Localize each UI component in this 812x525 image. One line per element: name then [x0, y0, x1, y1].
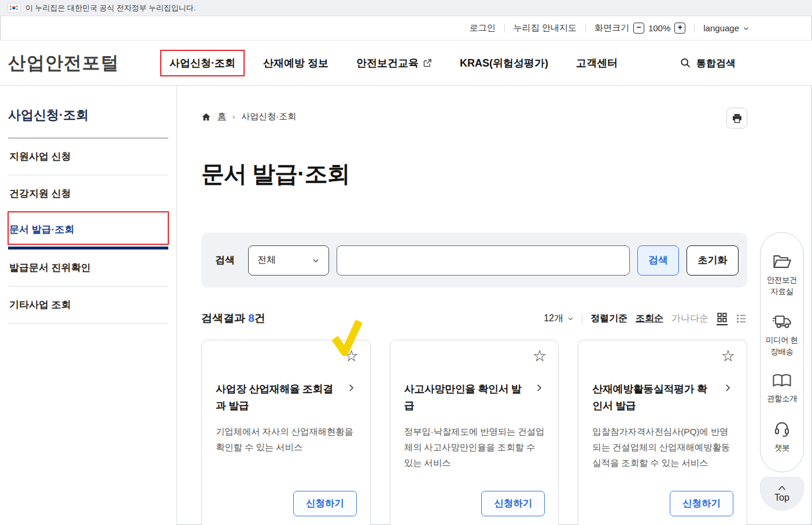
sidebar-item-label: 문서 발급·조회	[9, 223, 74, 236]
favorite-star-icon[interactable]: ☆	[721, 348, 735, 364]
sidebar-item-label: 발급문서 진위확인	[9, 261, 91, 274]
result-count-label: 검색결과	[201, 312, 245, 324]
nav-item-accident-prevention[interactable]: 산재예방 정보	[263, 56, 329, 70]
card-title: 산재예방활동실적평가 확인서 발급	[592, 381, 715, 414]
breadcrumb-current: 사업신청·조회	[241, 111, 296, 122]
nav-item-kras[interactable]: KRAS(위험성평가)	[460, 56, 548, 70]
nav-label: 고객센터	[576, 56, 618, 70]
external-link-icon	[423, 58, 432, 68]
utility-bar: 로그인 누리집 안내지도 화면크기 − 100% + language	[0, 16, 812, 41]
language-label: language	[703, 23, 739, 33]
gov-banner-text: 이 누리집은 대한민국 공식 전자정부 누리집입니다.	[25, 3, 196, 13]
search-panel-label: 검색	[215, 254, 235, 267]
result-count-number: 8	[248, 312, 254, 324]
left-sidebar: 사업신청·조회 지원사업 신청 건강지원 신청 문서 발급·조회 발급문서 진위…	[0, 86, 177, 525]
divider	[585, 24, 586, 32]
reset-button[interactable]: 초기화	[686, 245, 739, 276]
result-header: 검색결과 8건 12개 정렬기준 조회순 가나다순	[201, 311, 747, 326]
favorite-star-icon[interactable]: ☆	[533, 348, 547, 364]
filter-selected-value: 전체	[257, 254, 276, 266]
breadcrumb-separator: ›	[232, 112, 235, 121]
service-card: ☆ 산재예방활동실적평가 확인서 발급 입찰참가자격사전심사(PQ)에 반영되는…	[578, 340, 747, 525]
sidebar-menu: 지원사업 신청 건강지원 신청 문서 발급·조회 발급문서 진위확인 기타사업 …	[8, 138, 168, 324]
quickmenu-item-chatbot[interactable]: 챗봇	[773, 420, 791, 454]
result-count: 검색결과 8건	[201, 311, 265, 326]
sidebar-title: 사업신청·조회	[8, 107, 168, 124]
nav-item-customer-center[interactable]: 고객센터	[576, 56, 618, 70]
page-size-value: 12개	[544, 313, 563, 325]
page-root: 이 누리집은 대한민국 공식 전자정부 누리집입니다. 로그인 누리집 안내지도…	[0, 0, 812, 525]
quickmenu-label: 관할소개	[767, 393, 797, 405]
list-view-icon[interactable]	[736, 313, 747, 324]
quickmenu-label: 챗봇	[774, 442, 789, 454]
headset-icon	[773, 420, 791, 438]
card-grid: ☆ 사업장 산업재해율 조회결과 발급 기업체에서 자사의 산업재해현황을 확인…	[201, 340, 747, 525]
divider	[694, 24, 695, 32]
card-title-link[interactable]: 산재예방활동실적평가 확인서 발급	[592, 381, 733, 414]
search-button[interactable]: 검색	[637, 245, 679, 276]
nav-item-safety-education[interactable]: 안전보건교육	[356, 56, 432, 70]
screen-size-control: 화면크기 − 100% +	[595, 23, 685, 34]
quick-menu: 안전보건 자료실 미디어 현장배송 관할소개	[760, 232, 804, 472]
search-panel: 검색 전체 검색 초기화	[201, 233, 747, 288]
nav-label: KRAS(위험성평가)	[460, 56, 548, 70]
divider	[582, 314, 582, 324]
sidebar-item-label: 건강지원 신청	[9, 187, 71, 200]
nav-item-business-apply[interactable]: 사업신청·조회	[169, 56, 235, 70]
total-search-button[interactable]: 통합검색	[680, 56, 736, 69]
quickmenu-label: 미디어 현장배송	[763, 335, 801, 358]
sidebar-item-health-apply[interactable]: 건강지원 신청	[8, 175, 168, 212]
language-dropdown[interactable]: language	[703, 23, 750, 33]
search-icon	[680, 57, 691, 69]
search-filter-select[interactable]: 전체	[248, 245, 329, 276]
search-input[interactable]	[337, 245, 630, 276]
zoom-level-value: 100%	[648, 23, 670, 33]
chevron-up-icon	[777, 484, 787, 491]
apply-button[interactable]: 신청하기	[670, 491, 733, 516]
korean-flag-icon	[8, 3, 20, 13]
sidebar-item-label: 기타사업 조회	[9, 298, 71, 311]
card-title-link[interactable]: 사업장 산업재해율 조회결과 발급	[216, 381, 356, 414]
login-link[interactable]: 로그인	[470, 23, 496, 34]
breadcrumb-home-link[interactable]: 홈	[217, 111, 226, 122]
quickmenu-item-safety-library[interactable]: 안전보건 자료실	[763, 254, 801, 298]
print-button[interactable]	[726, 108, 747, 129]
site-logo[interactable]: 산업안전포털	[8, 51, 119, 75]
page-title: 문서 발급·조회	[201, 158, 747, 190]
nav-label: 안전보건교육	[356, 56, 419, 70]
chevron-right-icon	[722, 383, 733, 393]
card-title: 사업장 산업재해율 조회결과 발급	[216, 381, 339, 414]
apply-button[interactable]: 신청하기	[293, 491, 357, 516]
sidebar-item-other-business[interactable]: 기타사업 조회	[8, 287, 168, 324]
grid-view-icon[interactable]	[717, 312, 728, 325]
book-icon	[772, 373, 792, 388]
apply-button[interactable]: 신청하기	[481, 491, 545, 516]
main-content: 홈 › 사업신청·조회 문서 발급·조회 검색 전체 검색 초	[178, 86, 812, 525]
chevron-down-icon	[743, 25, 750, 32]
sitemap-link[interactable]: 누리집 안내지도	[514, 23, 577, 34]
quickmenu-item-media-delivery[interactable]: 미디어 현장배송	[763, 314, 801, 358]
quickmenu-item-jurisdiction[interactable]: 관할소개	[767, 373, 797, 405]
truck-icon	[772, 314, 792, 330]
screen-size-label: 화면크기	[595, 23, 629, 34]
page-size-select[interactable]: 12개	[544, 313, 574, 325]
result-tools: 12개 정렬기준 조회순 가나다순	[544, 312, 747, 325]
service-card: ☆ 사고사망만인율 확인서 발급 정부입·낙찰제도에 반영되는 건설업체의 사고…	[390, 340, 559, 525]
card-title-link[interactable]: 사고사망만인율 확인서 발급	[404, 381, 545, 414]
chevron-down-icon	[567, 315, 574, 322]
zoom-in-button[interactable]: +	[674, 23, 685, 34]
sidebar-item-document-issue[interactable]: 문서 발급·조회	[8, 212, 168, 249]
zoom-out-button[interactable]: −	[633, 23, 644, 34]
sort-option-views[interactable]: 조회순	[636, 313, 663, 325]
nav-label: 산재예방 정보	[263, 56, 329, 70]
sort-option-alphabetical[interactable]: 가나다순	[671, 313, 708, 325]
site-header: 산업안전포털 사업신청·조회 산재예방 정보 안전보건교육	[0, 41, 812, 86]
divider	[504, 24, 505, 32]
sidebar-item-document-verify[interactable]: 발급문서 진위확인	[8, 249, 168, 287]
breadcrumb: 홈 › 사업신청·조회	[201, 111, 747, 122]
service-card: ☆ 사업장 산업재해율 조회결과 발급 기업체에서 자사의 산업재해현황을 확인…	[201, 340, 371, 525]
result-count-suffix: 건	[254, 312, 265, 324]
favorite-star-icon[interactable]: ☆	[344, 348, 358, 364]
home-icon	[201, 112, 211, 122]
sidebar-item-support-apply[interactable]: 지원사업 신청	[8, 138, 168, 175]
